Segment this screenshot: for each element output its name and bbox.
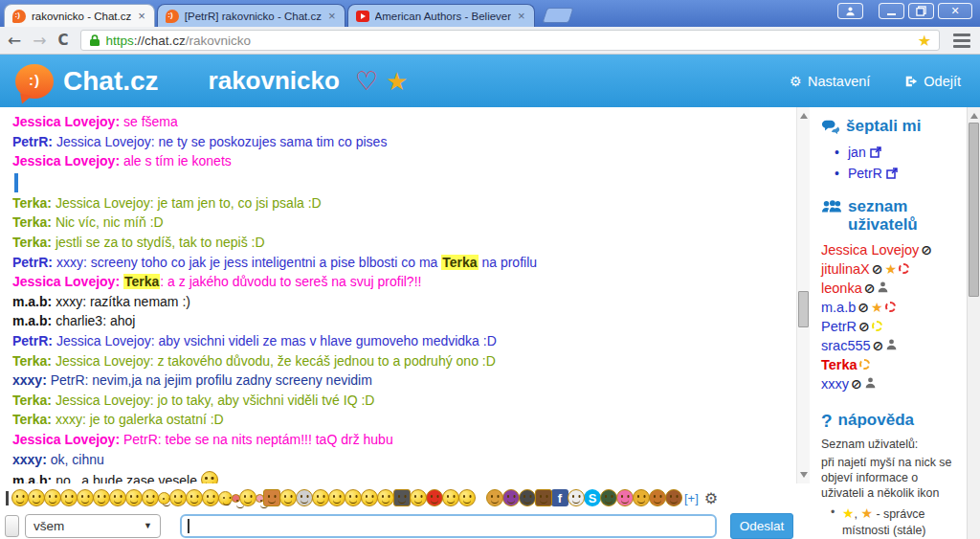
neutral-smiley[interactable] — [60, 489, 78, 506]
composer-toggle-button[interactable] — [5, 515, 19, 537]
profile-icon[interactable] — [837, 3, 863, 19]
rolleyes-smiley[interactable] — [44, 489, 61, 506]
angry-smiley[interactable] — [125, 489, 143, 506]
user-nick[interactable]: srac555 — [821, 336, 871, 355]
message-input[interactable] — [180, 514, 717, 538]
message-author[interactable]: Jessica Lovejoy: — [12, 432, 120, 447]
browser-tab[interactable]: American Authors - Believer× — [347, 4, 535, 27]
message-author[interactable]: Terka: — [12, 214, 52, 230]
forward-icon[interactable]: → — [33, 33, 46, 49]
message-author[interactable]: m.a.b: — [12, 313, 52, 328]
settings-button[interactable]: ⚙ Nastavení — [790, 74, 870, 89]
browser-tab[interactable]: rakovnicko - Chat.cz× — [4, 4, 155, 27]
sidebar-scroll-thumb[interactable] — [969, 123, 979, 297]
restore-button[interactable] — [908, 3, 934, 19]
plain-smiley[interactable] — [442, 489, 459, 506]
message-author[interactable]: PetrR: — [12, 255, 53, 270]
room-star-icon[interactable]: ★ — [386, 67, 408, 96]
chat-scrollbar[interactable] — [796, 107, 810, 483]
devil-smiley[interactable] — [426, 489, 443, 506]
user-nick[interactable]: Terka — [821, 355, 858, 374]
brand-title[interactable]: Chat.cz — [63, 66, 159, 97]
user-nick[interactable]: jitulinaX — [821, 259, 870, 279]
more-emoticons[interactable]: [+] — [684, 491, 699, 505]
sweat-smiley[interactable] — [202, 489, 219, 506]
unsure-smiley[interactable] — [93, 489, 110, 506]
blink-smiley[interactable] — [345, 489, 362, 506]
laugh-smiley[interactable] — [239, 489, 256, 506]
grenade-icon[interactable] — [600, 489, 617, 506]
message-author[interactable]: Jessica Lovejoy: — [12, 274, 120, 289]
worried-smiley[interactable] — [109, 489, 126, 506]
minimize-button[interactable] — [879, 3, 904, 19]
facebook-icon[interactable]: f — [551, 489, 568, 506]
user-nick[interactable]: xxxy — [821, 374, 849, 393]
user-nick[interactable]: PetrR — [821, 317, 857, 336]
message-author[interactable]: Jessica Lovejoy: — [12, 114, 120, 129]
recipient-select[interactable]: všem ▼ — [25, 514, 161, 538]
cake-icon[interactable] — [263, 489, 280, 506]
shock-smiley[interactable] — [361, 489, 378, 506]
scroll-up-icon[interactable] — [970, 113, 978, 119]
scroll-up-icon[interactable] — [800, 113, 808, 119]
bookmark-star-icon[interactable]: ★ — [918, 32, 931, 50]
tongue-smiley[interactable] — [28, 489, 45, 506]
blush-smiley[interactable] — [279, 489, 297, 506]
pixel-smiley[interactable] — [393, 489, 411, 506]
message-author[interactable]: PetrR: — [12, 333, 53, 348]
panda-icon[interactable] — [568, 489, 585, 506]
monkey-icon[interactable] — [649, 489, 666, 506]
browser-menu-icon[interactable] — [951, 34, 972, 48]
back-icon[interactable]: ← — [8, 33, 21, 49]
logout-button[interactable]: Odejít — [904, 74, 961, 89]
message-author[interactable]: Terka: — [12, 195, 52, 211]
scroll-down-icon[interactable] — [800, 472, 808, 478]
monster-icon[interactable] — [502, 489, 520, 506]
close-button[interactable]: ✕ — [938, 3, 972, 19]
message-author[interactable]: Terka: — [12, 412, 52, 427]
grin-smiley[interactable] — [186, 489, 203, 506]
whisper-link[interactable]: PetrR — [848, 163, 898, 184]
wink-smiley[interactable] — [142, 489, 159, 506]
message-author[interactable]: xxxy: — [12, 452, 47, 467]
shades-smiley[interactable] — [77, 489, 94, 506]
whisper-link[interactable]: jan — [848, 142, 881, 163]
message-author[interactable]: xxxy: — [12, 372, 47, 388]
chatcz-logo-icon[interactable]: :) — [15, 64, 54, 99]
pink-face-icon[interactable] — [616, 489, 634, 506]
message-author[interactable]: Terka: — [12, 353, 52, 369]
wink2-smiley[interactable] — [410, 489, 427, 506]
teddy-icon[interactable] — [665, 489, 682, 506]
user-nick[interactable]: Jessica Lovejoy — [821, 240, 919, 259]
owl-icon[interactable] — [535, 489, 552, 506]
surprised-smiley[interactable] — [218, 491, 233, 505]
message-author[interactable]: m.a.b: — [12, 473, 52, 483]
message-author[interactable]: PetrR: — [12, 134, 53, 149]
cool2-smiley[interactable] — [312, 489, 329, 506]
emoticon-settings[interactable]: ⚙ — [704, 489, 718, 507]
cool-smiley[interactable] — [11, 489, 29, 506]
new-tab-button[interactable] — [542, 8, 573, 23]
vampire-smiley[interactable] — [296, 489, 313, 506]
tab-close-icon[interactable]: × — [517, 10, 526, 22]
skype-icon[interactable]: S — [584, 489, 601, 506]
arrow-smiley[interactable] — [458, 489, 476, 506]
message-author[interactable]: Jessica Lovejoy: — [12, 153, 120, 168]
message-author[interactable]: m.a.b: — [12, 294, 52, 309]
url-bar[interactable]: https://chat.cz/rakovnicko ★ — [80, 30, 940, 51]
send-button[interactable]: Odeslat — [730, 513, 793, 539]
message-author[interactable]: Terka: — [12, 393, 52, 408]
user-nick[interactable]: m.a.b — [821, 298, 856, 317]
user-nick[interactable]: leonka — [821, 279, 862, 298]
chat-scroll-thumb[interactable] — [798, 291, 809, 327]
rolleyes2-smiley[interactable] — [328, 489, 345, 506]
pointer-icon[interactable] — [633, 489, 650, 506]
browser-tab[interactable]: [PetrR] rakovnicko - Chat.cz× — [157, 4, 345, 27]
message-author[interactable]: Terka: — [12, 235, 52, 250]
gray-cool-icon[interactable] — [519, 489, 536, 506]
sidebar-scrollbar[interactable] — [967, 107, 980, 539]
favorite-heart-icon[interactable]: ♡ — [355, 66, 378, 96]
reload-icon[interactable]: C — [58, 34, 69, 48]
bird-icon[interactable] — [486, 489, 503, 506]
straight-smiley[interactable] — [377, 489, 394, 506]
